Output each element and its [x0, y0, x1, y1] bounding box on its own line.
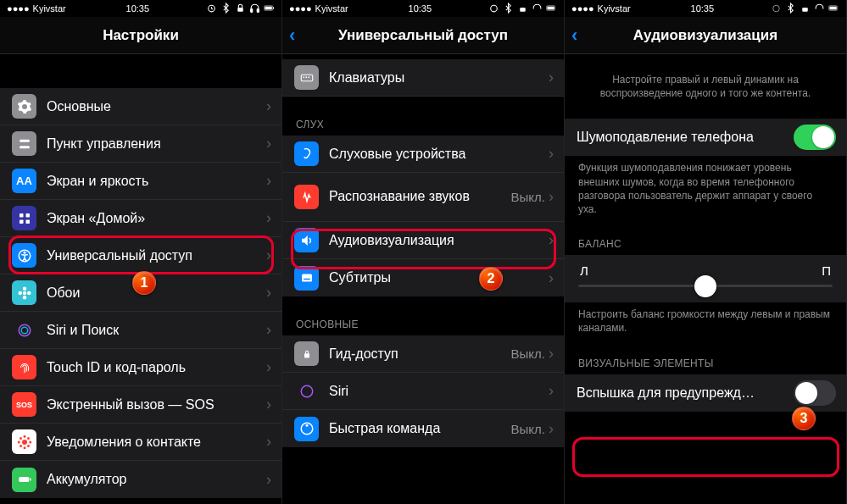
svg-rect-32 — [30, 479, 31, 481]
status-bar: ●●●●Kyivstar 10:35 — [282, 0, 564, 17]
lock-rotate-icon — [294, 341, 319, 366]
balance-right-label: П — [822, 263, 831, 278]
row-sound-recognition[interactable]: Распознавание звуков Выкл.› — [282, 173, 564, 222]
switches-icon — [12, 131, 36, 156]
accessibility-icon — [294, 417, 319, 441]
svg-rect-8 — [20, 146, 30, 148]
row-subtitles[interactable]: Субтитры› — [282, 259, 564, 296]
svg-rect-48 — [802, 7, 808, 11]
row-audio-visual[interactable]: Аудиовизуализация› — [282, 222, 564, 259]
row-led-flash[interactable]: Вспышка для предупрежд… — [565, 374, 846, 412]
svg-point-17 — [22, 296, 26, 300]
lock-icon — [517, 3, 528, 15]
battery-icon — [546, 3, 557, 15]
visual-header: ВИЗУАЛЬНЫЕ ЭЛЕМЕНТЫ — [565, 352, 846, 374]
svg-point-25 — [17, 440, 20, 443]
keyboard-icon — [294, 65, 319, 90]
svg-point-24 — [23, 446, 25, 449]
exposure-icon — [12, 429, 36, 454]
speaker-icon — [294, 228, 319, 252]
svg-rect-11 — [20, 219, 24, 224]
row-keyboards[interactable]: Клавиатуры› — [282, 59, 564, 97]
row-hearing-devices[interactable]: Слуховые устройства› — [282, 136, 564, 173]
home-grid-icon — [12, 206, 36, 230]
svg-point-46 — [305, 424, 308, 427]
badge-1: 1 — [132, 271, 156, 295]
row-general[interactable]: Основные› — [0, 88, 281, 125]
lock-icon — [235, 3, 246, 15]
row-siri-access[interactable]: Siri› — [282, 373, 564, 410]
headphones-icon — [532, 3, 543, 15]
noise-cancel-toggle[interactable] — [794, 125, 836, 150]
row-siri[interactable]: Siri и Поиск› — [0, 312, 281, 349]
svg-point-15 — [22, 291, 26, 295]
svg-point-14 — [23, 251, 25, 253]
siri-icon — [12, 318, 36, 342]
row-noise-cancel[interactable]: Шумоподавление телефона — [565, 119, 846, 156]
row-accessibility[interactable]: Универсальный доступ› — [0, 237, 281, 274]
accessibility-panel: ●●●●Kyivstar 10:35 ‹ Универсальный досту… — [282, 0, 565, 504]
badge-3: 3 — [792, 407, 816, 430]
row-display[interactable]: AA Экран и яркость› — [0, 163, 281, 200]
flower-icon — [12, 280, 36, 305]
svg-rect-7 — [20, 139, 30, 141]
svg-point-28 — [27, 437, 30, 440]
svg-rect-9 — [20, 213, 24, 218]
row-sos[interactable]: SOS Экстренный вызов — SOS› — [0, 386, 281, 424]
ear-icon — [294, 141, 319, 166]
svg-point-20 — [19, 324, 31, 336]
back-button[interactable]: ‹ — [289, 25, 295, 47]
battery-icon — [264, 3, 275, 15]
svg-point-30 — [27, 445, 30, 447]
svg-rect-34 — [520, 7, 526, 11]
svg-rect-50 — [829, 6, 836, 9]
svg-point-23 — [23, 435, 25, 437]
headphones-icon — [249, 3, 260, 15]
svg-rect-40 — [308, 76, 309, 78]
sos-icon: SOS — [12, 392, 36, 417]
status-bar: ●●●●Kyivstar 10:35 — [0, 0, 281, 17]
siri-icon — [294, 379, 319, 403]
text-size-icon: AA — [12, 169, 36, 193]
svg-rect-42 — [304, 279, 310, 280]
section-hearing: СЛУХ — [282, 114, 564, 136]
nav-title: Настройки — [0, 17, 281, 54]
row-guided-access[interactable]: Гид-доступ Выкл.› — [282, 335, 564, 373]
headphones-icon — [814, 3, 825, 15]
svg-rect-36 — [547, 6, 554, 9]
bluetooth-icon — [220, 3, 231, 15]
accessibility-icon — [12, 243, 36, 268]
row-shortcut[interactable]: Быстрая команда Выкл.› — [282, 410, 564, 447]
soundwave-icon — [294, 185, 319, 209]
row-control-center[interactable]: Пункт управления› — [0, 125, 281, 163]
balance-header: БАЛАНС — [565, 233, 846, 255]
nav-title: ‹ Универсальный доступ — [282, 17, 564, 54]
row-exposure[interactable]: Уведомления о контакте› — [0, 424, 281, 461]
svg-rect-3 — [257, 8, 259, 12]
badge-2: 2 — [479, 267, 503, 291]
balance-slider[interactable]: Л П — [565, 255, 846, 302]
svg-point-26 — [29, 440, 31, 443]
gear-icon — [12, 94, 36, 119]
svg-rect-31 — [19, 477, 29, 482]
svg-rect-12 — [25, 219, 30, 224]
highlight-3 — [572, 437, 839, 477]
section-general: ОСНОВНЫЕ — [282, 313, 564, 335]
back-button[interactable]: ‹ — [571, 25, 577, 47]
row-home-screen[interactable]: Экран «Домой»› — [0, 200, 281, 237]
svg-point-18 — [18, 291, 22, 295]
svg-rect-5 — [265, 6, 271, 9]
row-battery[interactable]: Аккумулятор› — [0, 461, 281, 498]
svg-rect-10 — [25, 213, 30, 218]
svg-point-19 — [27, 291, 31, 295]
svg-point-29 — [20, 445, 22, 447]
svg-rect-1 — [237, 7, 243, 11]
row-touchid[interactable]: Touch ID и код-пароль› — [0, 349, 281, 386]
svg-rect-39 — [305, 76, 307, 78]
svg-point-16 — [22, 286, 26, 291]
led-flash-toggle[interactable] — [794, 380, 836, 406]
alarm-icon — [488, 3, 499, 15]
svg-rect-38 — [303, 76, 304, 78]
alarm-icon — [771, 3, 782, 15]
svg-point-33 — [491, 5, 498, 12]
